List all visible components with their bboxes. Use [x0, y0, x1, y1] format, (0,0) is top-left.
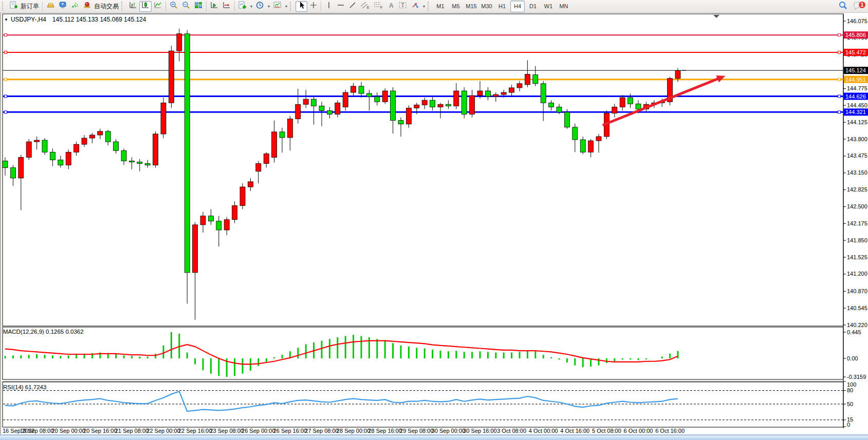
hline-handle[interactable] [5, 34, 7, 36]
arrows-tool-button[interactable] [409, 1, 421, 12]
candle [366, 93, 372, 97]
hline-handle[interactable] [5, 111, 7, 113]
window-menu-icon[interactable]: ▼ [4, 17, 8, 22]
periods-icon [255, 1, 265, 12]
bar-chart-button[interactable] [127, 1, 139, 12]
equidistant-channel-icon: E [360, 1, 370, 11]
zoom-out-button[interactable] [180, 1, 192, 12]
toolbar-grip[interactable] [428, 2, 432, 11]
separator [321, 1, 321, 11]
date-label: 5 Oct 08:00 [592, 428, 621, 434]
timeframe-M5[interactable]: M5 [449, 1, 463, 12]
price-tick-label: 142.825 [847, 186, 867, 193]
deposit-button[interactable] [44, 1, 57, 12]
community-button[interactable] [57, 1, 69, 12]
timeframe-H1[interactable]: H1 [495, 1, 509, 12]
candle [446, 104, 451, 106]
vertical-line-button[interactable] [323, 1, 335, 12]
cursor-button[interactable] [296, 1, 307, 12]
periods-button[interactable] [254, 1, 266, 12]
svg-text:A: A [389, 2, 394, 9]
templates-icon [273, 1, 282, 11]
periods-dropdown-caret[interactable]: ▾ [266, 4, 271, 9]
candlestick-button[interactable] [139, 1, 152, 12]
price-badge-label: 144.626 [845, 93, 866, 100]
rsi-indicator-label: RSI(14) 61.7243 [3, 384, 46, 390]
horizontal-line-button[interactable] [335, 1, 346, 12]
hline-handle[interactable] [5, 51, 7, 53]
hline-handle[interactable] [838, 111, 841, 113]
indicators-dropdown-caret[interactable]: ▾ [249, 4, 254, 9]
hline-handle[interactable] [838, 34, 841, 36]
candle [169, 51, 174, 103]
templates-button[interactable] [271, 1, 284, 12]
candle [58, 160, 63, 165]
candle [50, 152, 55, 160]
candle [208, 216, 213, 221]
price-tick-label: 142.500 [847, 203, 867, 209]
candle [533, 75, 538, 84]
hline-handle[interactable] [5, 95, 7, 98]
price-tick-label: 141.850 [847, 237, 867, 243]
candle [177, 34, 182, 51]
price-tick-label: 142.175 [847, 220, 867, 226]
timeframe-MN[interactable]: MN [557, 1, 571, 12]
crosshair-button[interactable] [307, 1, 319, 12]
timeframe-M30[interactable]: M30 [479, 1, 494, 12]
date-label: 6 Oct 00:00 [624, 428, 653, 434]
candle [398, 121, 403, 124]
text-button[interactable]: A [385, 1, 397, 12]
chart-window[interactable]: 146.075145.750145.425144.775144.450144.1… [0, 13, 868, 435]
date-label: 20 Sep 16:00 [83, 428, 117, 434]
indicators-button[interactable] [236, 1, 249, 12]
timeframe-M15[interactable]: M15 [464, 1, 478, 12]
candle [461, 91, 467, 114]
main-plot-border [3, 14, 843, 326]
equidistant-channel-button[interactable]: E [358, 1, 372, 12]
text-label-button[interactable]: T [397, 1, 409, 12]
chart-canvas[interactable]: 146.075145.750145.425144.775144.450144.1… [1, 13, 868, 435]
separator [206, 1, 207, 11]
timeframe-W1[interactable]: W1 [541, 1, 556, 12]
new-order-button[interactable]: 新订单 [8, 1, 41, 12]
candle [620, 98, 625, 107]
candle [184, 34, 190, 273]
candle [636, 104, 641, 109]
zoom-in-button[interactable] [168, 1, 180, 12]
candle [493, 94, 498, 97]
toolbar-grip[interactable] [121, 2, 125, 11]
timeframe-D1[interactable]: D1 [526, 1, 540, 12]
toolbar-grip[interactable] [2, 2, 6, 11]
timeframe-M1[interactable]: M1 [433, 1, 448, 12]
chat-button[interactable]: 1 [853, 1, 865, 12]
trendline-button[interactable] [346, 1, 358, 12]
hline-handle[interactable] [5, 78, 7, 81]
candle [200, 216, 206, 225]
signals-button[interactable] [69, 1, 81, 12]
tile-windows-button[interactable] [192, 1, 205, 12]
line-chart-button[interactable] [152, 1, 164, 12]
search-icon[interactable] [838, 1, 848, 13]
arrows-dropdown-caret[interactable]: ▾ [421, 4, 427, 9]
fibonacci-button[interactable]: F [372, 1, 385, 12]
trendline-icon [348, 1, 357, 11]
candle [311, 99, 317, 106]
hline-handle[interactable] [838, 78, 841, 81]
date-label: 22 Sep 00:00 [146, 428, 180, 434]
auto-trading-button[interactable]: 自动交易 [81, 1, 120, 12]
chart-shift-button[interactable] [220, 1, 233, 12]
date-label: 28 Sep 16:00 [368, 428, 401, 434]
candle [74, 144, 79, 152]
hline-handle[interactable] [838, 95, 841, 98]
candle [375, 97, 380, 102]
hline-handle[interactable] [838, 51, 841, 53]
text-label-icon: T [398, 1, 408, 11]
templates-dropdown-caret[interactable]: ▾ [284, 4, 289, 9]
separator [234, 1, 235, 11]
timeframe-H4[interactable]: H4 [510, 1, 525, 12]
auto-trading-icon [83, 1, 92, 11]
candle [391, 91, 396, 121]
candle [3, 161, 8, 167]
auto-scroll-button[interactable] [208, 1, 220, 12]
toolbar-grip[interactable] [290, 2, 294, 11]
